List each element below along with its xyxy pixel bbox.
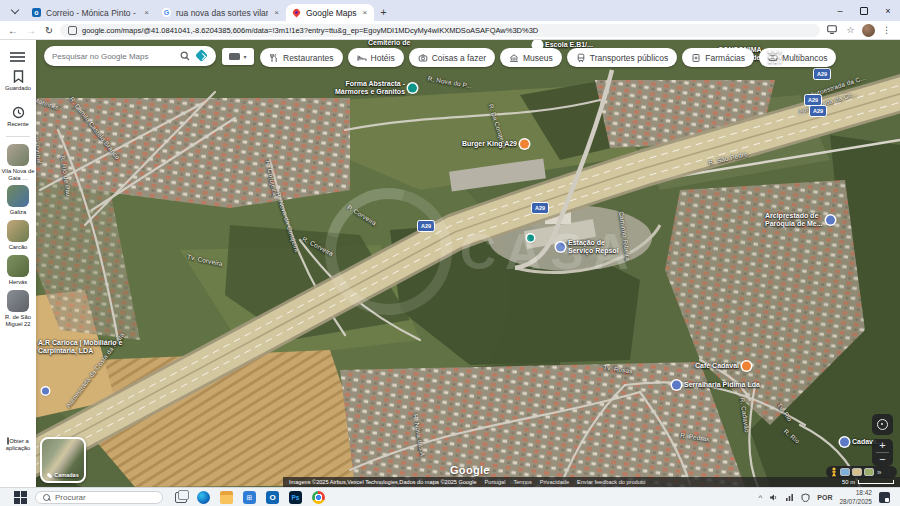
notification-center-icon[interactable]: [879, 492, 890, 503]
zoom-controls: + −: [872, 439, 893, 466]
poi-forma-abstracta[interactable]: Forma Abstracta -Mármores e Granitos: [335, 80, 417, 97]
chip-restaurantes[interactable]: Restaurantes: [260, 48, 343, 67]
edge-icon[interactable]: [197, 491, 210, 504]
taskbar-search[interactable]: Procurar: [35, 491, 163, 504]
site-info-icon[interactable]: [68, 26, 77, 35]
start-button[interactable]: [14, 491, 27, 504]
photoshop-icon[interactable]: Ps: [289, 491, 302, 504]
zoom-out-button[interactable]: −: [879, 453, 885, 466]
tab-google-maps[interactable]: Google Maps ×: [286, 4, 374, 21]
task-view-icon[interactable]: [175, 492, 187, 503]
link-portugal[interactable]: Portugal: [485, 479, 506, 485]
back-button[interactable]: ←: [6, 25, 20, 36]
sidebar-place-carcao[interactable]: Carcão: [0, 220, 36, 251]
link-privacidade[interactable]: Privacidade: [540, 479, 569, 485]
language-indicator[interactable]: POR: [817, 494, 832, 501]
poi-cafe-cadaval[interactable]: Café Cadaval: [695, 362, 751, 371]
close-icon[interactable]: ×: [362, 8, 369, 17]
poi-arciprestado[interactable]: Arciprestado deParóquia de Me...: [765, 212, 835, 229]
sidebar-place-vng[interactable]: Vila Nova de Gaia …: [0, 144, 36, 182]
minimize-button[interactable]: –: [828, 0, 852, 21]
route-shield-a29: A29: [531, 202, 549, 214]
chip-transportes[interactable]: Transportes públicos: [567, 48, 678, 67]
hidden-icons-chevron[interactable]: ^: [759, 493, 763, 502]
imagery-thumbnail[interactable]: [840, 468, 850, 476]
bookmark-star-icon[interactable]: ☆: [843, 25, 858, 35]
category-chips: Restaurantes Hotéis Coisas a fazer Museu…: [260, 48, 836, 67]
sidebar-item-recent[interactable]: Recente: [0, 106, 36, 128]
poi-serralharia[interactable]: Serralharia Pidima Lda: [672, 381, 760, 390]
network-icon[interactable]: [785, 493, 794, 502]
close-icon[interactable]: ×: [143, 8, 150, 17]
browser-menu-icon[interactable]: ⋮: [879, 25, 894, 35]
send-to-device-icon[interactable]: [824, 25, 839, 36]
window-controls: – ×: [828, 0, 900, 21]
volume-icon[interactable]: [769, 493, 778, 502]
poi-burger-king[interactable]: Burger King A29: [462, 140, 529, 149]
directions-button[interactable]: [196, 50, 208, 62]
poi-icon: [672, 381, 681, 390]
forward-button[interactable]: →: [24, 25, 38, 36]
maps-pin-icon: [292, 8, 301, 17]
imagery-thumbnail[interactable]: [852, 468, 862, 476]
poi-cemiterio[interactable]: Cemitério de: [368, 40, 410, 47]
place-thumbnail: [7, 144, 29, 166]
poi-icon: [840, 438, 849, 447]
profile-avatar[interactable]: [862, 24, 875, 37]
tab-outlook[interactable]: o Correio - Mónica Pinto - Outl... ×: [26, 4, 156, 21]
link-termos[interactable]: Termos: [513, 479, 531, 485]
sidebar-place-sao-miguel[interactable]: R. de São Miguel 22: [0, 290, 36, 328]
outlook-icon[interactable]: O: [266, 491, 279, 504]
museum-icon: [509, 53, 519, 63]
zoom-in-button[interactable]: +: [879, 439, 885, 452]
reload-button[interactable]: ↻: [42, 25, 56, 36]
sidebar-place-hervas[interactable]: Hervás: [0, 255, 36, 286]
file-explorer-icon[interactable]: [220, 491, 233, 504]
menu-icon[interactable]: [10, 52, 25, 54]
chip-museus[interactable]: Museus: [500, 48, 562, 67]
tab-search-result[interactable]: G rua nova das sortes vilar do p... ×: [156, 4, 286, 21]
taskbar-clock[interactable]: 18:42 28/07/2025: [839, 489, 872, 505]
map-canvas[interactable]: CASA R. Nova do P... R. Da Corujeira R. …: [0, 40, 900, 487]
url-bar[interactable]: google.com/maps/@41.0841041,-8.6204385,6…: [60, 24, 820, 37]
attribution-bar: Imagens ©2025 Airbus,Vexcel Technologies…: [283, 477, 900, 487]
chip-hoteis[interactable]: Hotéis: [348, 48, 404, 67]
collapse-icon[interactable]: »: [877, 468, 881, 477]
caret-down-icon[interactable]: ▾: [243, 53, 246, 60]
tab-search-button[interactable]: [6, 3, 24, 19]
imagery-bar: »: [826, 466, 897, 478]
input-tools-widget[interactable]: ▾: [222, 48, 254, 65]
camera-icon: [418, 53, 428, 63]
security-icon[interactable]: [801, 493, 810, 502]
google-apps-grid-icon[interactable]: [766, 48, 781, 63]
sidebar-place-galiza[interactable]: Galiza: [0, 185, 36, 216]
clock-icon: [12, 106, 25, 119]
map-scale: 50 m: [842, 479, 894, 485]
place-thumbnail: [7, 185, 29, 207]
layers-toggle[interactable]: Camadas: [40, 437, 86, 483]
poi-repsol-station[interactable]: Estação deServiço Repsol: [556, 239, 619, 256]
poi-dot[interactable]: [527, 235, 534, 242]
store-icon[interactable]: ⊞: [243, 491, 256, 504]
sidebar-get-app[interactable]: Obter a aplicação: [0, 438, 36, 452]
chrome-icon[interactable]: [312, 491, 325, 504]
sidebar-item-saved[interactable]: Guardado: [0, 70, 36, 92]
pegman-icon[interactable]: [830, 467, 838, 477]
maximize-button[interactable]: [852, 0, 876, 21]
imagery-thumbnail[interactable]: [864, 468, 874, 476]
link-feedback[interactable]: Enviar feedback do produto: [577, 479, 645, 485]
close-window-button[interactable]: ×: [876, 0, 900, 21]
maps-sidebar: Guardado Recente Vila Nova de Gaia … Gal…: [0, 40, 36, 487]
maps-search-box[interactable]: Pesquisar no Google Maps: [44, 46, 216, 66]
poi-dot[interactable]: [42, 388, 49, 395]
search-input[interactable]: Pesquisar no Google Maps: [52, 52, 174, 61]
search-icon[interactable]: [180, 51, 190, 61]
poi-ar-carioca[interactable]: A.R Carioca | Mobiliário eCarpintaria, L…: [38, 339, 122, 356]
chip-coisas-a-fazer[interactable]: Coisas a fazer: [409, 48, 495, 67]
chip-farmacias[interactable]: Farmácias: [682, 48, 754, 67]
close-icon[interactable]: ×: [273, 8, 280, 17]
new-tab-button[interactable]: +: [380, 6, 386, 18]
my-location-button[interactable]: [872, 414, 893, 435]
google-icon: G: [162, 8, 171, 17]
poi-icon: [42, 388, 49, 395]
